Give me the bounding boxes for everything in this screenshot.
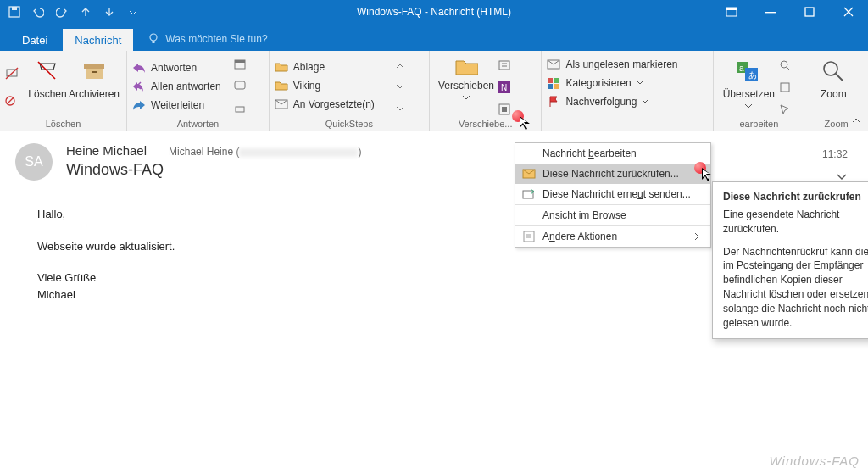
- title-bar: Windows-FAQ - Nachricht (HTML): [0, 0, 868, 24]
- categorize-label: Kategorisieren: [565, 77, 631, 89]
- more-respond-icon[interactable]: [234, 102, 248, 115]
- forward-label: Weiterleiten: [151, 99, 204, 111]
- tooltip-p1: Eine gesendete Nachricht zurückrufen.: [723, 208, 868, 236]
- tooltip-title: Diese Nachricht zurückrufen: [723, 191, 868, 203]
- svg-text:あ: あ: [748, 70, 757, 80]
- svg-rect-16: [92, 71, 97, 73]
- ignore-icon[interactable]: [5, 67, 19, 81]
- meeting-icon[interactable]: [234, 58, 248, 71]
- qs-ablage[interactable]: Ablage: [275, 60, 385, 74]
- actions-dropdown: Nachricht bearbeiten Diese Nachricht zur…: [515, 142, 711, 248]
- junk-icon[interactable]: [5, 96, 19, 109]
- rules-icon[interactable]: [498, 58, 511, 72]
- im-icon[interactable]: [234, 80, 248, 93]
- allen-antworten-button[interactable]: Allen antworten: [132, 80, 225, 93]
- recipient-suffix: ): [358, 146, 361, 158]
- select-icon[interactable]: [778, 103, 792, 116]
- group-label-verschieben: Verschiebe...: [430, 119, 541, 129]
- next-item-icon[interactable]: [103, 6, 115, 18]
- prev-item-icon[interactable]: [80, 6, 92, 18]
- svg-point-39: [781, 61, 787, 68]
- ribbon-collapse-icon[interactable]: [712, 0, 751, 24]
- resend-icon: [522, 187, 536, 201]
- expand-icon[interactable]: [393, 100, 407, 114]
- svg-point-42: [824, 62, 837, 75]
- followup-label: Nachverfolgung: [565, 96, 637, 108]
- message-subject: Windows-FAQ: [66, 161, 361, 179]
- chevron-right-icon: [690, 230, 704, 243]
- qs-anvg[interactable]: An Vorgesetzte(n): [275, 97, 385, 111]
- svg-text:N: N: [501, 83, 507, 92]
- antworten-button[interactable]: Antworten: [132, 61, 225, 75]
- svg-rect-34: [554, 84, 559, 89]
- tab-nachricht[interactable]: Nachricht: [63, 29, 133, 51]
- markunread-label: Als ungelesen markieren: [565, 58, 677, 70]
- svg-rect-46: [524, 231, 534, 242]
- categorize-button[interactable]: Kategorisieren: [547, 76, 704, 90]
- svg-rect-45: [523, 191, 533, 198]
- tellme-label: Was möchten Sie tun?: [165, 33, 267, 45]
- svg-rect-6: [805, 8, 814, 16]
- svg-line-40: [787, 67, 790, 70]
- dd-other-actions[interactable]: Andere Aktionen: [515, 225, 710, 247]
- reply-label: Antworten: [151, 62, 197, 74]
- redo-icon[interactable]: [56, 6, 68, 18]
- uebersetzen-button[interactable]: aあ Übersetzen: [719, 54, 778, 117]
- qs-viking[interactable]: Viking: [275, 79, 385, 92]
- tab-datei[interactable]: Datei: [10, 29, 59, 51]
- folder-icon: [275, 79, 288, 92]
- tooltip-p2: Der Nachrichtenrückruf kann die im Poste…: [723, 245, 868, 331]
- save-icon[interactable]: [8, 6, 20, 18]
- group-label-quicksteps: QuickSteps: [270, 119, 429, 129]
- followup-button[interactable]: Nachverfolgung: [547, 95, 704, 109]
- scroll-up-icon[interactable]: [393, 59, 407, 73]
- archivieren-button[interactable]: Archivieren: [68, 54, 120, 117]
- maximize-icon[interactable]: [790, 0, 829, 24]
- delete-icon: [34, 58, 61, 85]
- forward-icon: [132, 98, 146, 112]
- message-time: 11:32: [822, 148, 848, 160]
- other-actions-icon: [522, 230, 536, 243]
- tooltip: Diese Nachricht zurückrufen Eine gesende…: [712, 181, 868, 339]
- svg-rect-2: [129, 8, 137, 8]
- undo-icon[interactable]: [32, 6, 44, 18]
- group-kategorien: Als ungelesen markieren Kategorisieren N…: [542, 51, 714, 131]
- ribbon-tab-bar: Datei Nachricht Was möchten Sie tun?: [0, 24, 868, 51]
- group-loeschen: Löschen Archivieren Löschen: [0, 51, 127, 131]
- tellme[interactable]: Was möchten Sie tun?: [136, 27, 277, 51]
- related-icon[interactable]: [778, 81, 792, 94]
- app-window: Windows-FAQ - Nachricht (HTML) Datei Nac…: [0, 0, 868, 473]
- group-label-bearbeiten: earbeiten: [714, 119, 804, 129]
- markunread-button[interactable]: Als ungelesen markieren: [547, 58, 704, 71]
- svg-rect-1: [12, 7, 17, 10]
- chevron-down-icon: [462, 95, 470, 100]
- svg-line-13: [38, 62, 55, 79]
- watermark: Windows-FAQ: [770, 454, 860, 468]
- actions-icon[interactable]: [498, 103, 511, 116]
- qs-ablage-label: Ablage: [293, 61, 325, 73]
- scroll-down-icon[interactable]: [393, 80, 407, 93]
- svg-rect-29: [502, 107, 507, 112]
- onenote-icon[interactable]: N: [498, 81, 511, 94]
- group-verschieben: Verschieben N Verschiebe...: [430, 51, 542, 131]
- find-icon[interactable]: [778, 58, 792, 72]
- flag-icon: [547, 95, 560, 109]
- dd-recall-label: Diese Nachricht zurückrufen...: [542, 168, 679, 180]
- blank-icon: [522, 209, 536, 222]
- zoom-button[interactable]: Zoom: [810, 54, 857, 117]
- loeschen-button[interactable]: Löschen: [27, 54, 68, 117]
- collapse-ribbon-icon[interactable]: [849, 114, 863, 127]
- svg-rect-32: [554, 78, 559, 83]
- dd-view-browser[interactable]: Ansicht im Browse: [515, 204, 710, 225]
- folder-icon: [275, 60, 288, 74]
- dd-edit-message[interactable]: Nachricht bearbeiten: [515, 143, 710, 164]
- lightbulb-icon: [147, 32, 160, 46]
- dd-resend-message[interactable]: Diese Nachricht erneut senden...: [515, 184, 710, 204]
- verschieben-button[interactable]: Verschieben: [435, 54, 498, 117]
- window-controls: [712, 0, 868, 24]
- close-icon[interactable]: [829, 0, 868, 24]
- qat-more-icon[interactable]: [127, 6, 139, 18]
- minimize-icon[interactable]: [751, 0, 790, 24]
- weiterleiten-button[interactable]: Weiterleiten: [132, 98, 225, 112]
- dd-recall-message[interactable]: Diese Nachricht zurückrufen...: [515, 164, 710, 184]
